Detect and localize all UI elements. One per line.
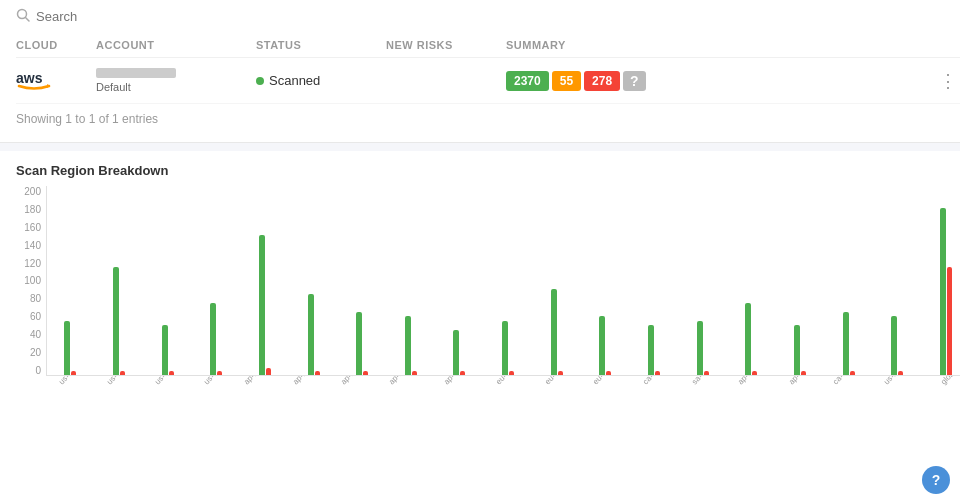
bar-label: ca-east-1 [641, 376, 671, 386]
showing-text: Showing 1 to 1 of 1 entries [16, 104, 960, 130]
bar-group-eu-west-1 [533, 195, 580, 375]
account-info: Default [96, 68, 256, 93]
bar-label: us-east-2 [57, 376, 87, 386]
col-header-account: ACCOUNT [96, 39, 256, 51]
bar-red [655, 371, 660, 375]
bar-red [509, 371, 514, 375]
bar-label: sa-east-1 [690, 376, 720, 386]
search-bar[interactable] [16, 0, 960, 33]
bar-label: ap-southeast-2 [387, 376, 431, 386]
y-axis: 200 180 160 140 120 100 80 60 40 20 0 [16, 186, 46, 376]
bar-red [460, 371, 465, 375]
bar-red [898, 371, 903, 375]
status-cell: Scanned [256, 73, 386, 88]
bar-label: us-west-2 [202, 376, 233, 386]
bar-green [405, 316, 411, 375]
bar-green [356, 312, 362, 375]
bar-green [843, 312, 849, 375]
cloud-logo: aws [16, 68, 96, 93]
bar-label: eu-west-2 [494, 376, 525, 386]
bar-green [940, 208, 946, 375]
bar-group-ap-northeast-2 [242, 195, 289, 375]
failed-badge: 278 [584, 71, 620, 91]
bar-red [169, 371, 174, 375]
bar-red [412, 371, 417, 375]
bar-label: ap-central-1 [442, 376, 479, 386]
col-header-newrisks: NEW RISKS [386, 39, 506, 51]
bar-group-ca-central-1 [825, 195, 872, 375]
bar-green [648, 325, 654, 375]
bar-label: us-east-1 [105, 376, 135, 386]
bar-label: ap-southeast-1 [339, 376, 383, 386]
bar-label: us-south-1 [882, 376, 915, 386]
bar-green [697, 321, 703, 375]
bar-group-ap-south-1 [728, 195, 775, 375]
bar-green [745, 303, 751, 375]
status-dot [256, 77, 264, 85]
bar-label: us-west-1 [153, 376, 184, 386]
bar-group-global [923, 195, 960, 375]
bar-green [162, 325, 168, 375]
bar-green [113, 267, 119, 375]
col-header-cloud: CLOUD [16, 39, 96, 51]
bar-group-eu-west-3 [582, 195, 629, 375]
status-badge: Scanned [256, 73, 386, 88]
account-id-blur [96, 68, 176, 78]
bar-red [266, 368, 271, 375]
summary-badges: 2370 55 278 ? [506, 71, 939, 91]
bar-green [551, 289, 557, 375]
search-input[interactable] [36, 9, 156, 24]
bar-red [315, 371, 320, 375]
bar-green [599, 316, 605, 375]
bar-green [259, 235, 265, 375]
bar-group-eu-west-2 [485, 195, 532, 375]
bar-group-ap-northeast-1 [290, 195, 337, 375]
bar-group-ap-central-1 [436, 195, 483, 375]
bar-green [453, 330, 459, 375]
svg-text:aws: aws [16, 70, 43, 86]
bar-green [891, 316, 897, 375]
bar-red [217, 371, 222, 375]
unknown-badge: ? [623, 71, 646, 91]
bar-red [752, 371, 757, 375]
row-actions[interactable]: ⋮ [939, 70, 960, 92]
bar-label: ap-south-1 [736, 376, 769, 386]
bar-label: ap-east-1 [787, 376, 817, 386]
bar-group-ap-southeast-1 [339, 195, 386, 375]
search-icon [16, 8, 30, 25]
col-header-status: STATUS [256, 39, 386, 51]
bar-label: eu-west-3 [591, 376, 622, 386]
bar-red [120, 371, 125, 375]
left-panel: CLOUD ACCOUNT STATUS NEW RISKS SUMMARY a… [0, 0, 960, 504]
chart-title: Scan Region Breakdown [16, 163, 960, 178]
bar-group-us-east-1 [96, 195, 143, 375]
bar-green [64, 321, 70, 375]
bar-label: ap-northeast-2 [242, 376, 285, 386]
bar-group-us-east-2 [47, 195, 94, 375]
bar-red [606, 371, 611, 375]
bar-label: ap-northeast-1 [291, 376, 334, 386]
bar-green [502, 321, 508, 375]
bar-label: global [939, 376, 960, 386]
bar-group-us-west-1 [144, 195, 191, 375]
bar-red [71, 371, 76, 375]
svg-line-1 [26, 18, 30, 22]
bar-red [558, 371, 563, 375]
bar-label: eu-west-1 [543, 376, 574, 386]
bar-red [363, 371, 368, 375]
bar-group-ca-east-1 [631, 195, 678, 375]
main-layout: CLOUD ACCOUNT STATUS NEW RISKS SUMMARY a… [0, 0, 960, 504]
bar-label: ca-central-1 [831, 376, 867, 386]
bar-group-sa-east-1 [679, 195, 726, 375]
summary-cell: 2370 55 278 ? [506, 71, 939, 91]
warning-badge: 55 [552, 71, 581, 91]
bar-green [210, 303, 216, 375]
help-button[interactable]: ? [922, 466, 950, 494]
bar-group-ap-southeast-2 [387, 195, 434, 375]
bar-group-us-west-2 [193, 195, 240, 375]
more-icon[interactable]: ⋮ [939, 71, 957, 91]
chart-bars [46, 186, 960, 376]
bar-red [947, 267, 952, 375]
passed-badge: 2370 [506, 71, 549, 91]
bar-red [850, 371, 855, 375]
